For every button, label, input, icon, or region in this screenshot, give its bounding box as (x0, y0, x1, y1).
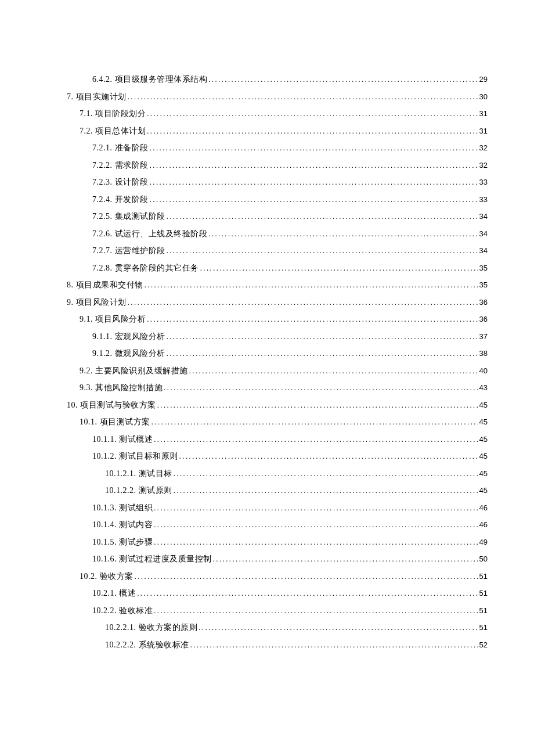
toc-entry[interactable]: 7.2.5. 集成测试阶段34 (67, 213, 488, 221)
toc-entry[interactable]: 10.1.5. 测试步骤49 (67, 538, 488, 546)
toc-entry-title: 9. 项目风险计划 (67, 298, 127, 307)
toc-entry-page: 45 (479, 418, 488, 426)
toc-entry-page: 46 (479, 504, 488, 512)
toc-entry-page: 40 (479, 367, 488, 375)
toc-leader (154, 538, 478, 546)
toc-entry[interactable]: 8. 项目成果和交付物35 (67, 281, 488, 289)
toc-entry[interactable]: 7.2.3. 设计阶段33 (67, 178, 488, 186)
toc-entry-title: 7.2. 项目总体计划 (80, 127, 146, 135)
toc-entry-title: 7.2.8. 贯穿各阶段的其它任务 (92, 264, 199, 272)
toc-entry-page: 50 (479, 555, 488, 563)
toc-entry-title: 10.1.1. 测试概述 (92, 435, 153, 444)
toc-list: 6.4.2. 项目级服务管理体系结构297. 项目实施计划307.1. 项目阶段… (67, 75, 488, 649)
toc-leader (150, 196, 478, 203)
toc-entry[interactable]: 7.2.8. 贯穿各阶段的其它任务35 (67, 264, 488, 272)
toc-entry-page: 31 (479, 127, 488, 135)
toc-entry-title: 7.2.7. 运营维护阶段 (92, 247, 165, 255)
toc-entry[interactable]: 7.2. 项目总体计划31 (67, 127, 488, 135)
toc-entry[interactable]: 9.1.2. 微观风险分析38 (67, 350, 488, 358)
toc-entry[interactable]: 9.3. 其他风险控制措施43 (67, 384, 488, 392)
toc-entry-title: 10.2.1. 概述 (92, 589, 136, 597)
toc-leader (154, 607, 478, 614)
toc-entry-title: 7.2.6. 试运行、上线及终验阶段 (92, 230, 207, 238)
toc-entry[interactable]: 10.1.2.1. 测试目标45 (67, 470, 488, 478)
toc-entry-title: 10.2.2.1. 验收方案的原则 (105, 624, 197, 632)
toc-entry[interactable]: 10.1.2.2. 测试原则45 (67, 487, 488, 495)
toc-entry-title: 9.1.1. 宏观风险分析 (92, 333, 165, 341)
toc-entry[interactable]: 10. 项目测试与验收方案45 (67, 401, 488, 409)
toc-entry-page: 49 (479, 538, 488, 546)
toc-entry-page: 35 (479, 264, 488, 272)
toc-entry-title: 10.2.2.2. 系统验收标准 (105, 641, 189, 649)
toc-entry-title: 9.1. 项目风险分析 (80, 315, 146, 323)
toc-entry-title: 9.3. 其他风险控制措施 (80, 384, 163, 392)
toc-leader (189, 367, 478, 375)
toc-leader (151, 418, 478, 426)
toc-entry[interactable]: 10.1.4. 测试内容46 (67, 521, 488, 529)
toc-leader (164, 384, 478, 391)
toc-entry-title: 10.1.2.2. 测试原则 (105, 487, 172, 495)
toc-entry-title: 7.2.4. 开发阶段 (92, 196, 149, 204)
toc-leader (167, 333, 478, 340)
toc-entry[interactable]: 10.2.2.1. 验收方案的原则51 (67, 624, 488, 632)
toc-leader (179, 452, 478, 460)
toc-entry-page: 45 (479, 487, 488, 494)
toc-entry[interactable]: 7. 项目实施计划30 (67, 93, 488, 101)
toc-leader (208, 230, 478, 237)
toc-leader (150, 178, 478, 186)
toc-entry-page: 36 (479, 315, 488, 323)
toc-entry[interactable]: 10.1.2. 测试目标和原则45 (67, 452, 488, 460)
toc-entry[interactable]: 7.2.4. 开发阶段33 (67, 196, 488, 204)
toc-leader (157, 401, 478, 409)
toc-entry[interactable]: 7.1. 项目阶段划分31 (67, 110, 488, 118)
toc-entry-page: 52 (479, 641, 488, 649)
toc-leader (145, 281, 478, 289)
toc-entry-page: 51 (479, 589, 488, 597)
toc-entry-page: 51 (479, 607, 488, 614)
toc-entry[interactable]: 10.1.3. 测试组织46 (67, 504, 488, 512)
toc-leader (154, 435, 478, 443)
toc-leader (150, 144, 478, 152)
toc-entry-title: 10.1.3. 测试组织 (92, 504, 153, 512)
toc-entry[interactable]: 9.1.1. 宏观风险分析37 (67, 333, 488, 341)
toc-entry-title: 10.1.4. 测试内容 (92, 521, 153, 529)
toc-entry[interactable]: 7.2.6. 试运行、上线及终验阶段34 (67, 230, 488, 238)
toc-entry-page: 45 (479, 452, 488, 460)
toc-entry-title: 10.2. 验收方案 (80, 573, 134, 581)
toc-entry[interactable]: 9.2. 主要风险识别及缓解措施40 (67, 367, 488, 375)
toc-entry-title: 10.1.5. 测试步骤 (92, 538, 153, 546)
toc-entry-page: 33 (479, 196, 488, 203)
toc-entry[interactable]: 10.2.1. 概述51 (67, 589, 488, 597)
toc-entry[interactable]: 10.2. 验收方案51 (67, 573, 488, 581)
toc-entry-page: 30 (479, 93, 488, 100)
toc-entry[interactable]: 7.2.2. 需求阶段32 (67, 161, 488, 170)
toc-entry-page: 34 (479, 230, 488, 237)
toc-entry-page: 45 (479, 470, 488, 477)
toc-entry-page: 43 (479, 384, 488, 391)
toc-entry[interactable]: 10.1.6. 测试过程进度及质量控制50 (67, 555, 488, 563)
toc-leader (190, 641, 478, 649)
toc-entry[interactable]: 9. 项目风险计划36 (67, 298, 488, 307)
toc-entry-title: 10.1.6. 测试过程进度及质量控制 (92, 555, 212, 563)
toc-entry[interactable]: 10.2.2. 验收标准51 (67, 607, 488, 615)
toc-entry-page: 45 (479, 401, 488, 409)
toc-entry[interactable]: 10.1.1. 测试概述45 (67, 435, 488, 444)
toc-entry-page: 29 (479, 75, 488, 83)
toc-entry-title: 9.1.2. 微观风险分析 (92, 350, 165, 358)
toc-entry[interactable]: 10.1. 项目测试方案45 (67, 418, 488, 426)
toc-leader (199, 624, 478, 631)
toc-entry-title: 9.2. 主要风险识别及缓解措施 (80, 367, 188, 375)
toc-leader (167, 247, 478, 254)
toc-entry[interactable]: 7.2.1. 准备阶段32 (67, 144, 488, 152)
toc-entry[interactable]: 9.1. 项目风险分析36 (67, 315, 488, 323)
toc-entry[interactable]: 6.4.2. 项目级服务管理体系结构29 (67, 75, 488, 84)
toc-leader (200, 264, 478, 272)
toc-leader (147, 127, 478, 135)
toc-leader (213, 555, 478, 563)
toc-entry[interactable]: 10.2.2.2. 系统验收标准52 (67, 641, 488, 649)
toc-entry-page: 33 (479, 178, 488, 186)
toc-entry-page: 37 (479, 333, 488, 340)
toc-entry-title: 7. 项目实施计划 (67, 93, 127, 101)
toc-leader (128, 93, 478, 100)
toc-entry[interactable]: 7.2.7. 运营维护阶段34 (67, 247, 488, 255)
